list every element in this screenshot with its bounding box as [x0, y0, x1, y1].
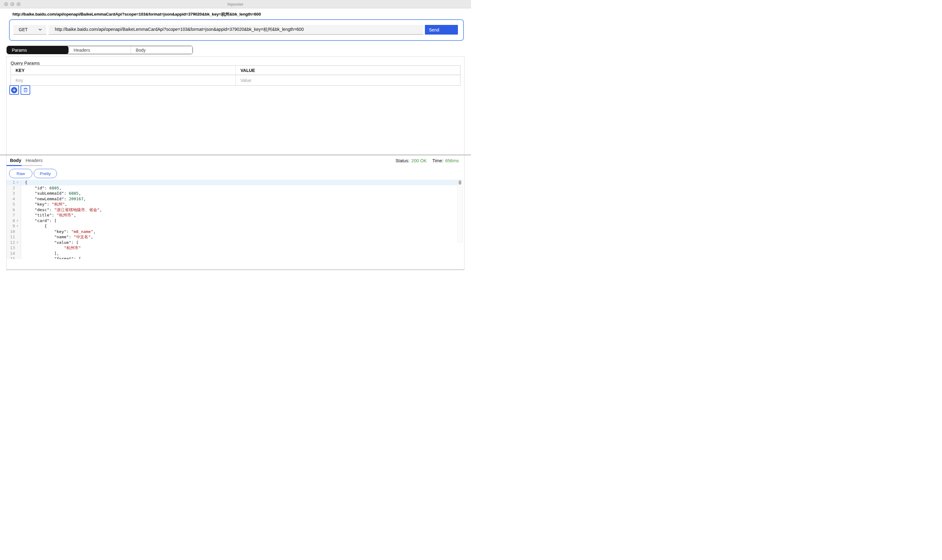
request-bar-panel: GET Send [9, 19, 464, 41]
send-button[interactable]: Send [425, 25, 458, 35]
line-number: 13 [6, 245, 15, 251]
line-number: 15 [6, 256, 15, 259]
code-text: "key": "杭州", [21, 202, 67, 207]
response-body-editor[interactable]: 1∨{2 "id": 6885,3 "subLemmaId": 6885,4 "… [6, 180, 465, 259]
code-line: 4 "newLemmaId": 200167, [6, 196, 457, 202]
code-text: { [21, 180, 28, 185]
line-number-gutter[interactable]: 1∨ [6, 180, 21, 185]
line-number: 7 [6, 212, 15, 218]
title-bar: hiposter [0, 0, 471, 8]
tab-params[interactable]: Params [7, 46, 69, 54]
fold-chevron-icon[interactable]: ∨ [15, 240, 20, 245]
line-number: 11 [6, 234, 15, 240]
fold-chevron-icon[interactable]: ∨ [15, 180, 20, 185]
code-text: "key": "m8_name", [21, 229, 95, 234]
raw-button[interactable]: Raw [9, 169, 32, 178]
time-value: 656ms [445, 158, 459, 163]
line-number-gutter[interactable]: 13 [6, 245, 21, 251]
response-tab-headers[interactable]: Headers [22, 158, 42, 166]
line-number: 5 [6, 202, 15, 207]
line-number-gutter[interactable]: 11 [6, 234, 21, 240]
request-tabs: Params Headers Body [6, 46, 193, 54]
tab-headers[interactable]: Headers [69, 46, 130, 54]
code-line: 8∨ "card": [ [6, 218, 457, 224]
table-row [11, 75, 460, 85]
line-number-gutter[interactable]: 10 [6, 229, 21, 234]
code-text: "杭州市" [21, 245, 81, 251]
line-number: 6 [6, 207, 15, 213]
url-input[interactable] [49, 25, 423, 35]
code-text: "id": 6885, [21, 185, 62, 191]
line-number-gutter[interactable]: 9∨ [6, 223, 21, 229]
param-key-input[interactable] [11, 75, 236, 85]
param-value-input[interactable] [236, 75, 460, 85]
code-text: "card": [ [21, 218, 57, 224]
pretty-button[interactable]: Pretty [34, 169, 57, 178]
line-number: 10 [6, 229, 15, 234]
editor-scrollbar[interactable] [457, 179, 463, 242]
add-param-button[interactable] [9, 85, 19, 95]
chevron-down-icon [38, 28, 42, 31]
line-number: 12 [6, 240, 15, 245]
query-params-table: KEY VALUE [11, 65, 460, 86]
line-number: 1 [6, 180, 15, 185]
code-text: "format": [ [21, 256, 81, 259]
code-text: "value": [ [21, 240, 78, 245]
line-number-gutter[interactable]: 14 [6, 251, 21, 256]
code-line: 2 "id": 6885, [6, 185, 457, 191]
line-number: 2 [6, 185, 15, 191]
code-line: 9∨ { [6, 223, 457, 229]
request-url-heading: http://baike.baidu.com/api/openapi/Baike… [12, 12, 261, 17]
window-title: hiposter [0, 2, 471, 6]
hiposter-window: hiposter http://baike.baidu.com/api/open… [0, 0, 471, 280]
line-number-gutter[interactable]: 7 [6, 212, 21, 218]
response-tab-body[interactable]: Body [6, 158, 22, 166]
code-line: 7 "title": "杭州市", [6, 212, 457, 218]
code-line: 5 "key": "杭州", [6, 202, 457, 207]
status-value: 200 OK [411, 158, 427, 163]
line-number-gutter[interactable]: 8∨ [6, 218, 21, 224]
key-column-header: KEY [11, 66, 236, 75]
plus-circle-icon [11, 87, 17, 94]
trash-icon [23, 87, 28, 93]
line-number-gutter[interactable]: 15 [6, 256, 21, 259]
code-text: "name": "中文名", [21, 234, 93, 240]
tab-body[interactable]: Body [131, 46, 192, 54]
fold-chevron-icon[interactable]: ∨ [15, 218, 20, 224]
method-select[interactable]: GET [13, 25, 46, 35]
table-header-row: KEY VALUE [11, 66, 460, 75]
line-number: 14 [6, 251, 15, 256]
code-text: ], [21, 251, 59, 256]
line-number-gutter[interactable]: 6 [6, 207, 21, 213]
line-number-gutter[interactable]: 12∨ [6, 240, 21, 245]
delete-param-button[interactable] [20, 85, 30, 95]
code-line: 3 "subLemmaId": 6885, [6, 191, 457, 196]
line-number-gutter[interactable]: 5 [6, 202, 21, 207]
code-text: "title": "杭州市", [21, 212, 76, 218]
line-number-gutter[interactable]: 4 [6, 196, 21, 202]
code-line: 6 "desc": "浙江省辖地级市、省会", [6, 207, 457, 213]
query-params-title: Query Params [11, 61, 40, 66]
param-actions [9, 85, 30, 95]
code-line: 14 ], [6, 251, 457, 256]
code-line: 12∨ "value": [ [6, 240, 457, 245]
value-column-header: VALUE [236, 66, 460, 75]
line-number: 3 [6, 191, 15, 196]
editor-scrollbar-thumb[interactable] [459, 180, 461, 185]
response-tabs: Body Headers [6, 158, 42, 166]
line-number: 9 [6, 223, 15, 229]
code-text: "subLemmaId": 6885, [21, 191, 81, 196]
line-number-gutter[interactable]: 2 [6, 185, 21, 191]
time-label: Time: [433, 158, 443, 163]
line-number-gutter[interactable]: 3 [6, 191, 21, 196]
code-text: { [21, 223, 47, 229]
status-label: Status: [395, 158, 409, 163]
code-text: "desc": "浙江省辖地级市、省会", [21, 207, 102, 213]
query-params-panel: Query Params KEY VALUE [6, 56, 465, 155]
code-line: 15 "format": [ [6, 256, 457, 259]
code-line: 1∨{ [6, 180, 457, 185]
line-number: 4 [6, 196, 15, 202]
fold-chevron-icon[interactable]: ∨ [15, 223, 20, 229]
method-select-value: GET [19, 27, 28, 32]
code-line: 11 "name": "中文名", [6, 234, 457, 240]
